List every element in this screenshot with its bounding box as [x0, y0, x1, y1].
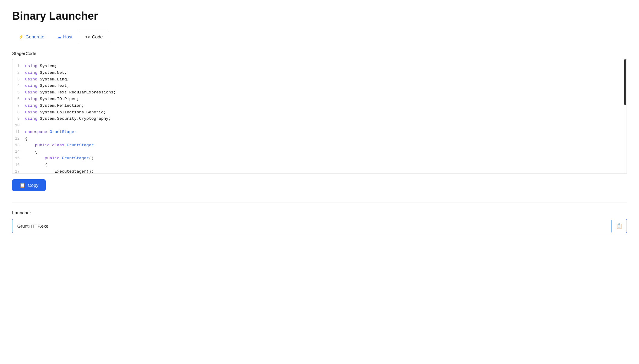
line-content: using System; [25, 63, 57, 70]
code-icon: <> [85, 34, 90, 39]
code-line: 12{ [12, 135, 627, 142]
line-number: 4 [12, 83, 25, 89]
line-number: 13 [12, 142, 25, 149]
code-line: 15 public GruntStager() [12, 155, 627, 162]
launcher-copy-button[interactable]: 📋 [611, 220, 627, 232]
code-line: 1using System; [12, 63, 627, 70]
line-number: 14 [12, 149, 25, 155]
scrollbar-track [624, 59, 626, 174]
line-content: { [25, 135, 28, 142]
code-line: 6using System.IO.Pipes; [12, 96, 627, 102]
line-number: 12 [12, 136, 25, 142]
line-content: { [25, 162, 47, 168]
line-number: 16 [12, 162, 25, 168]
line-number: 6 [12, 96, 25, 102]
code-line: 17 ExecuteStager(); [12, 168, 627, 174]
code-line: 5using System.Text.RegularExpressions; [12, 89, 627, 96]
generate-icon: ⚡ [18, 34, 24, 39]
line-number: 7 [12, 103, 25, 109]
line-number: 8 [12, 109, 25, 116]
line-content: using System.Security.Cryptography; [25, 115, 111, 122]
code-line: 3using System.Linq; [12, 76, 627, 83]
code-container[interactable]: 1using System;2using System.Net;3using S… [12, 59, 627, 174]
line-number: 15 [12, 155, 25, 162]
line-content: using System.Text; [25, 83, 69, 89]
line-content: using System.Reflection; [25, 102, 84, 109]
scrollbar-thumb [624, 59, 626, 105]
launcher-label: Launcher [12, 210, 627, 215]
code-line: 4using System.Text; [12, 83, 627, 89]
line-content [25, 122, 28, 129]
line-number: 10 [12, 122, 25, 129]
line-number: 1 [12, 63, 25, 70]
line-number: 11 [12, 129, 25, 135]
tab-host[interactable]: ☁ Host [51, 31, 79, 42]
code-line: 16 { [12, 162, 627, 168]
line-content: using System.Collections.Generic; [25, 109, 106, 116]
tab-host-label: Host [63, 34, 73, 39]
code-line: 7using System.Reflection; [12, 102, 627, 109]
copy-button-label: Copy [28, 183, 38, 188]
stager-section: StagerCode 1using System;2using System.N… [12, 51, 627, 197]
launcher-section: Launcher 📋 [12, 210, 627, 233]
code-line: 2using System.Net; [12, 70, 627, 76]
clipboard-icon: 📋 [19, 182, 25, 188]
copy-button[interactable]: 📋 Copy [12, 179, 46, 191]
launcher-input[interactable] [12, 219, 611, 233]
section-divider [12, 203, 627, 203]
line-number: 2 [12, 70, 25, 76]
code-block: 1using System;2using System.Net;3using S… [12, 59, 627, 174]
line-content: namespace GruntStager [25, 129, 77, 135]
tab-generate-label: Generate [25, 34, 44, 39]
line-number: 3 [12, 76, 25, 83]
tabs-bar: ⚡ Generate ☁ Host <> Code [12, 31, 627, 42]
line-content: ExecuteStager(); [25, 168, 94, 174]
line-content: public class GruntStager [25, 142, 94, 149]
tab-code-label: Code [92, 34, 103, 39]
code-line: 8using System.Collections.Generic; [12, 109, 627, 116]
launcher-clipboard-icon: 📋 [616, 223, 622, 229]
code-line: 13 public class GruntStager [12, 142, 627, 149]
line-content: using System.IO.Pipes; [25, 96, 79, 102]
stager-label: StagerCode [12, 51, 627, 56]
code-line: 9using System.Security.Cryptography; [12, 115, 627, 122]
line-content: using System.Linq; [25, 76, 69, 83]
host-icon: ☁ [57, 34, 61, 39]
launcher-input-wrap: 📋 [12, 219, 627, 233]
tab-generate[interactable]: ⚡ Generate [12, 31, 51, 42]
line-content: using System.Net; [25, 70, 67, 76]
page-title: Binary Launcher [12, 10, 627, 22]
tab-code[interactable]: <> Code [79, 31, 109, 42]
line-content: using System.Text.RegularExpressions; [25, 89, 116, 96]
line-number: 9 [12, 116, 25, 122]
code-line: 10 [12, 122, 627, 129]
line-content: public GruntStager() [25, 155, 94, 162]
code-line: 14 { [12, 148, 627, 155]
code-line: 11namespace GruntStager [12, 129, 627, 135]
line-content: { [25, 148, 38, 155]
line-number: 5 [12, 89, 25, 96]
line-number: 17 [12, 169, 25, 174]
